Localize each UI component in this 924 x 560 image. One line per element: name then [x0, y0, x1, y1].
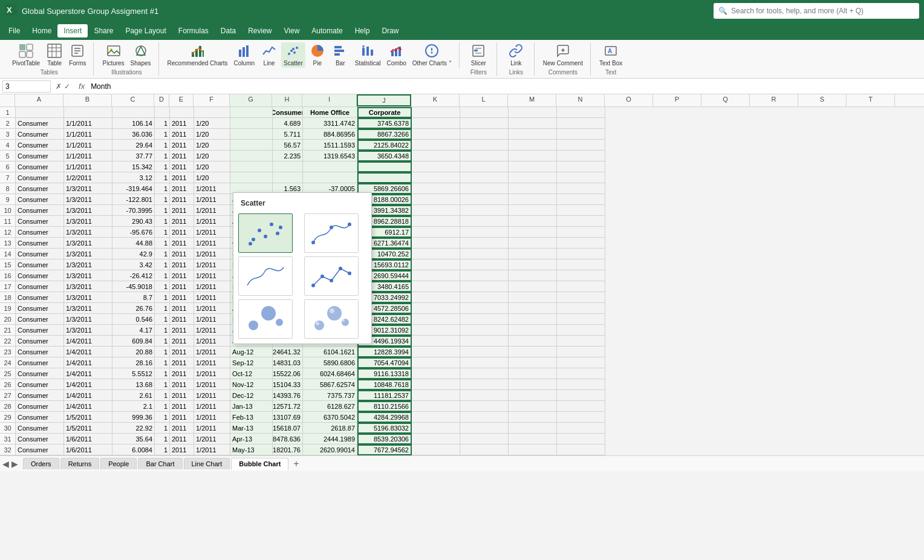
cell-extra-20-3[interactable] [557, 314, 605, 325]
cell-extra-16-3[interactable] [557, 270, 605, 281]
cell-extra-7-1[interactable] [460, 172, 509, 183]
cell-30-0[interactable]: Consumer [16, 423, 64, 434]
cell-17-5[interactable]: 1/2011 [194, 281, 230, 292]
cell-3-9[interactable]: 8867.3266 [357, 129, 412, 140]
cell-extra-12-1[interactable] [460, 227, 509, 238]
cell-extra-22-2[interactable] [509, 336, 557, 347]
cell-5-0[interactable]: Consumer [16, 151, 64, 161]
cell-13-4[interactable]: 2011 [170, 238, 194, 249]
cell-24-7[interactable]: 14831.03 [273, 357, 303, 368]
cell-26-5[interactable]: 1/2011 [194, 379, 230, 390]
cell-9-3[interactable]: 1 [155, 194, 170, 205]
cell-extra-25-1[interactable] [460, 368, 509, 379]
cell-21-2[interactable]: 4.17 [112, 325, 155, 336]
cell-extra-2-1[interactable] [460, 118, 509, 129]
cell-5-5[interactable]: 1/20 [194, 151, 230, 161]
cell-30-9[interactable]: 5196.83032 [357, 423, 412, 434]
cell-extra-9-2[interactable] [509, 194, 557, 205]
cell-3-1[interactable]: 1/1/2011 [64, 129, 112, 140]
cell-5-8[interactable]: 1319.6543 [303, 151, 357, 161]
cell-6-9[interactable] [357, 161, 412, 172]
cell-extra-30-2[interactable] [509, 423, 557, 434]
cell-extra-2-3[interactable] [557, 118, 605, 129]
cell-extra-21-1[interactable] [460, 325, 509, 336]
cell-7-0[interactable]: Consumer [16, 172, 64, 183]
cell-extra-25-2[interactable] [509, 368, 557, 379]
cell-28-7[interactable]: 12571.72 [273, 401, 303, 412]
cell-extra-11-0[interactable] [412, 216, 460, 227]
cell-extra-13-2[interactable] [509, 238, 557, 249]
cell-extra-31-1[interactable] [460, 434, 509, 444]
cell-3-3[interactable]: 1 [155, 129, 170, 140]
cell-22-0[interactable]: Consumer [16, 336, 64, 347]
cell-24-0[interactable]: Consumer [16, 357, 64, 368]
cell-extra-8-3[interactable] [557, 183, 605, 194]
cell-4-4[interactable]: 2011 [170, 140, 194, 151]
cell-extra-29-2[interactable] [509, 412, 557, 423]
cell-32-5[interactable]: 1/2011 [194, 444, 230, 455]
prev-sheet-icon[interactable]: ◀ [2, 459, 9, 469]
cell-extra-8-1[interactable] [460, 183, 509, 194]
cell-21-5[interactable]: 1/2011 [194, 325, 230, 336]
cell-31-8[interactable]: 2444.1989 [303, 434, 357, 444]
cell-26-4[interactable]: 2011 [170, 379, 194, 390]
cell-extra-4-3[interactable] [557, 140, 605, 151]
cell-extra-3-1[interactable] [460, 129, 509, 140]
cell-8-5[interactable]: 1/2011 [194, 183, 230, 194]
cell-27-6[interactable]: Dec-12 [230, 390, 273, 401]
cell-extra-29-0[interactable] [412, 412, 460, 423]
cell-extra-24-3[interactable] [557, 357, 605, 368]
cell-13-2[interactable]: 44.88 [112, 238, 155, 249]
cell-extra-18-0[interactable] [412, 292, 460, 303]
cell-28-9[interactable]: 8110.21566 [357, 401, 412, 412]
cell-24-6[interactable]: Sep-12 [230, 357, 273, 368]
cell-25-4[interactable]: 2011 [170, 368, 194, 379]
cell-g1[interactable] [230, 107, 273, 118]
cell-extra-3-3[interactable] [557, 129, 605, 140]
cell-n1[interactable] [557, 107, 605, 118]
cell-c1[interactable] [112, 107, 155, 118]
cell-17-3[interactable]: 1 [155, 281, 170, 292]
cell-11-3[interactable]: 1 [155, 216, 170, 227]
col-header-h[interactable]: H [272, 94, 302, 106]
cell-20-4[interactable]: 2011 [170, 314, 194, 325]
cell-6-4[interactable]: 2011 [170, 161, 194, 172]
cell-25-6[interactable]: Oct-12 [230, 368, 273, 379]
cell-extra-22-3[interactable] [557, 336, 605, 347]
cell-30-1[interactable]: 1/5/2011 [64, 423, 112, 434]
cell-extra-16-1[interactable] [460, 270, 509, 281]
cell-24-1[interactable]: 1/4/2011 [64, 357, 112, 368]
text-box-button[interactable]: A Text Box [597, 42, 625, 68]
slicer-button[interactable]: Slicer [467, 42, 489, 68]
cell-extra-7-3[interactable] [557, 172, 605, 183]
cell-9-0[interactable]: Consumer [16, 194, 64, 205]
pictures-button[interactable]: Pictures [100, 42, 126, 68]
menu-review[interactable]: Review [242, 24, 278, 37]
cell-10-5[interactable]: 1/2011 [194, 205, 230, 216]
cell-9-4[interactable]: 2011 [170, 194, 194, 205]
cell-extra-29-1[interactable] [460, 412, 509, 423]
cell-3-8[interactable]: 884.86956 [303, 129, 357, 140]
cell-29-5[interactable]: 1/2011 [194, 412, 230, 423]
cell-extra-2-2[interactable] [509, 118, 557, 129]
cell-extra-28-2[interactable] [509, 401, 557, 412]
cell-extra-32-3[interactable] [557, 444, 605, 455]
cell-19-5[interactable]: 1/2011 [194, 303, 230, 314]
cell-27-2[interactable]: 2.61 [112, 390, 155, 401]
menu-view[interactable]: View [278, 24, 306, 37]
cell-32-7[interactable]: 18201.76 [273, 444, 303, 455]
cell-extra-13-0[interactable] [412, 238, 460, 249]
cell-extra-32-1[interactable] [460, 444, 509, 455]
cell-30-5[interactable]: 1/2011 [194, 423, 230, 434]
cell-3-6[interactable] [230, 129, 273, 140]
cell-extra-14-2[interactable] [509, 249, 557, 259]
cell-28-1[interactable]: 1/4/2011 [64, 401, 112, 412]
cell-26-6[interactable]: Nov-12 [230, 379, 273, 390]
cell-2-8[interactable]: 3311.4742 [303, 118, 357, 129]
cell-14-4[interactable]: 2011 [170, 249, 194, 259]
cell-27-9[interactable]: 11181.2537 [357, 390, 412, 401]
search-bar[interactable]: 🔍 [714, 3, 919, 19]
cell-26-9[interactable]: 10848.7618 [357, 379, 412, 390]
cell-25-5[interactable]: 1/2011 [194, 368, 230, 379]
cell-24-3[interactable]: 1 [155, 357, 170, 368]
